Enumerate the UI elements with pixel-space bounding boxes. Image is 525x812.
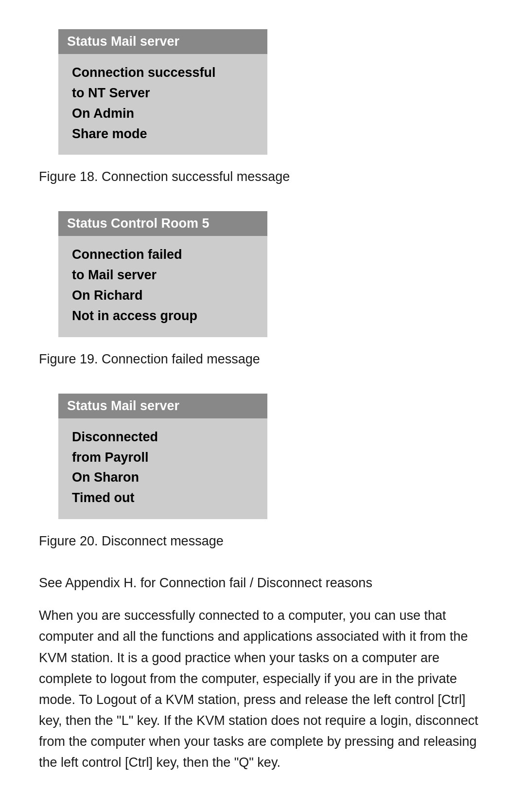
figure18-line1: Connection successful <box>72 63 254 83</box>
body-paragraph: When you are successfully connected to a… <box>39 605 486 774</box>
figure19-section: Status Control Room 5 Connection failed … <box>39 211 486 366</box>
figure19-line2: to Mail server <box>72 265 254 286</box>
figure18-caption: Figure 18. Connection successful message <box>39 169 486 184</box>
figure19-line3: On Richard <box>72 286 254 306</box>
figure20-status-box: Status Mail server Disconnected from Pay… <box>58 394 267 519</box>
figure19-body: Connection failed to Mail server On Rich… <box>58 236 267 337</box>
figure19-header: Status Control Room 5 <box>58 211 267 236</box>
figure18-line3: On Admin <box>72 104 254 124</box>
figure20-line3: On Sharon <box>72 468 254 488</box>
figure19-status-box: Status Control Room 5 Connection failed … <box>58 211 267 337</box>
figure18-section: Status Mail server Connection successful… <box>39 29 486 184</box>
figure18-status-box: Status Mail server Connection successful… <box>58 29 267 155</box>
figure20-body: Disconnected from Payroll On Sharon Time… <box>58 418 267 519</box>
figure18-line4: Share mode <box>72 124 254 144</box>
figure20-header: Status Mail server <box>58 394 267 418</box>
figure18-line2: to NT Server <box>72 83 254 104</box>
figure19-line4: Not in access group <box>72 306 254 326</box>
see-appendix-text: See Appendix H. for Connection fail / Di… <box>39 576 486 591</box>
figure18-body: Connection successful to NT Server On Ad… <box>58 54 267 155</box>
figure19-line1: Connection failed <box>72 245 254 265</box>
figure19-caption: Figure 19. Connection failed message <box>39 352 486 367</box>
figure20-line4: Timed out <box>72 488 254 508</box>
page-content: Status Mail server Connection successful… <box>0 0 525 812</box>
figure20-line1: Disconnected <box>72 427 254 448</box>
figure20-caption: Figure 20. Disconnect message <box>39 534 486 549</box>
figure20-section: Status Mail server Disconnected from Pay… <box>39 394 486 549</box>
figure18-header: Status Mail server <box>58 29 267 54</box>
figure20-line2: from Payroll <box>72 448 254 468</box>
